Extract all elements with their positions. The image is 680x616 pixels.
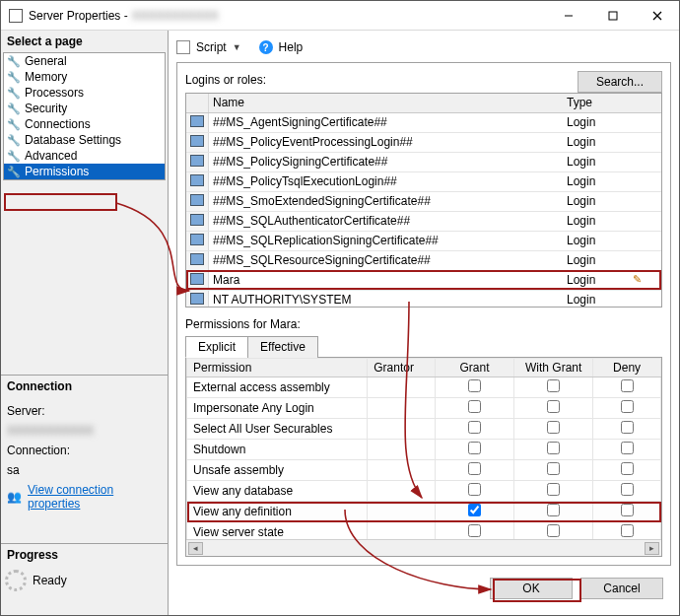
with-grant-checkbox[interactable] [547, 462, 560, 475]
page-item-label: Database Settings [25, 133, 121, 147]
grant-checkbox[interactable] [468, 462, 481, 475]
permission-row[interactable]: Impersonate Any Login [187, 398, 661, 419]
permission-row[interactable]: Shutdown [187, 440, 661, 460]
login-row[interactable]: ##MS_SQLReplicationSigningCertificate##L… [186, 231, 661, 250]
login-type-cell: Login [563, 132, 661, 152]
deny-checkbox[interactable] [621, 421, 634, 434]
with-grant-cell [514, 502, 593, 522]
titlebar: Server Properties - XXXXXXXXXXX [1, 1, 679, 31]
wrench-icon: 🔧 [7, 166, 21, 178]
grant-checkbox[interactable] [468, 483, 481, 496]
search-button[interactable]: Search... [578, 71, 662, 93]
app-icon [9, 9, 23, 23]
login-row[interactable]: ##MS_PolicySigningCertificate##Login [186, 152, 661, 171]
grant-cell [435, 377, 513, 398]
deny-checkbox[interactable] [621, 400, 634, 413]
perm-header-deny[interactable]: Deny [593, 359, 661, 377]
with-grant-checkbox[interactable] [547, 400, 560, 413]
ok-button[interactable]: OK [490, 578, 573, 599]
logins-header-type[interactable]: Type [563, 94, 661, 112]
login-row[interactable]: ##MS_AgentSigningCertificate##Login [186, 112, 661, 132]
page-item-connections[interactable]: 🔧Connections [4, 116, 165, 132]
login-row-icon-cell [186, 191, 209, 211]
grant-cell [435, 460, 513, 481]
window-title-server: XXXXXXXXXXX [132, 9, 219, 23]
minimize-button[interactable] [546, 1, 590, 30]
permission-row[interactable]: Unsafe assembly [187, 460, 661, 481]
deny-checkbox[interactable] [621, 483, 634, 496]
maximize-button[interactable] [590, 1, 635, 30]
page-item-general[interactable]: 🔧General [4, 53, 165, 69]
login-row[interactable]: ##MS_SmoExtendedSigningCertificate##Logi… [186, 191, 661, 211]
with-grant-checkbox[interactable] [547, 421, 560, 434]
permission-row[interactable]: View server state [187, 522, 661, 540]
perm-header-withgrant[interactable]: With Grant [514, 359, 593, 377]
grant-checkbox[interactable] [468, 421, 481, 434]
permission-row[interactable]: View any database [187, 481, 661, 502]
page-item-memory[interactable]: 🔧Memory [4, 69, 165, 85]
close-button[interactable] [635, 1, 679, 30]
scroll-left-icon[interactable]: ◂ [188, 542, 203, 555]
page-item-security[interactable]: 🔧Security [4, 101, 165, 116]
view-connection-properties-link[interactable]: View connection properties [28, 483, 162, 511]
grant-checkbox[interactable] [468, 400, 481, 413]
tab-effective[interactable]: Effective [247, 336, 318, 358]
logins-header-name[interactable]: Name [209, 94, 564, 112]
with-grant-checkbox[interactable] [547, 504, 560, 516]
grant-checkbox[interactable] [468, 504, 481, 516]
login-row[interactable]: NT AUTHORITY\SYSTEMLogin [186, 290, 661, 307]
login-row-icon-cell [186, 132, 209, 152]
with-grant-cell [514, 398, 593, 419]
login-icon [190, 273, 204, 285]
login-type-cell: Login [563, 290, 661, 307]
login-row[interactable]: ##MS_SQLAuthenticatorCertificate##Login [186, 211, 661, 231]
login-row[interactable]: ##MS_SQLResourceSigningCertificate##Logi… [186, 250, 661, 270]
progress-status: Ready [33, 574, 67, 587]
page-item-database-settings[interactable]: 🔧Database Settings [4, 132, 165, 148]
dialog-footer: OK Cancel [176, 570, 671, 607]
right-pane: Script ▼ ? Help Logins or roles: Search.… [169, 31, 679, 615]
script-dropdown-icon[interactable]: ▼ [233, 42, 241, 52]
grant-checkbox[interactable] [468, 524, 481, 537]
login-icon [190, 293, 204, 305]
script-button[interactable]: Script [196, 40, 227, 54]
permissions-tabs: ExplicitEffective [185, 335, 662, 358]
login-row-icon-cell [186, 250, 209, 270]
permission-row[interactable]: View any definition [187, 502, 661, 522]
with-grant-checkbox[interactable] [547, 442, 560, 454]
page-item-permissions[interactable]: 🔧Permissions [4, 164, 165, 179]
permission-name-cell: Shutdown [187, 440, 368, 460]
grant-checkbox[interactable] [468, 379, 481, 392]
deny-checkbox[interactable] [621, 442, 634, 454]
login-row[interactable]: ##MS_PolicyEventProcessingLogin##Login [186, 132, 661, 152]
grant-checkbox[interactable] [468, 442, 481, 454]
perm-header-grant[interactable]: Grant [435, 359, 513, 377]
page-item-advanced[interactable]: 🔧Advanced [4, 148, 165, 164]
with-grant-checkbox[interactable] [547, 483, 560, 496]
cancel-button[interactable]: Cancel [580, 578, 663, 599]
with-grant-checkbox[interactable] [547, 524, 560, 537]
permissions-hscroll[interactable]: ◂ ▸ [186, 539, 661, 556]
deny-checkbox[interactable] [621, 379, 634, 392]
deny-cell [593, 419, 661, 440]
login-row[interactable]: ##MS_PolicyTsqlExecutionLogin##Login [186, 171, 661, 191]
login-row[interactable]: MaraLogin✎ [186, 270, 661, 290]
deny-checkbox[interactable] [621, 524, 634, 537]
perm-header-permission[interactable]: Permission [187, 359, 368, 377]
deny-checkbox[interactable] [621, 504, 634, 516]
permission-row[interactable]: Select All User Securables [187, 419, 661, 440]
page-item-processors[interactable]: 🔧Processors [4, 85, 165, 101]
login-type-cell: Login [563, 211, 661, 231]
login-row-icon-cell [186, 171, 209, 191]
help-icon: ? [259, 40, 273, 54]
connection-label: Connection: [3, 441, 166, 460]
deny-checkbox[interactable] [621, 462, 634, 475]
permission-name-cell: Unsafe assembly [187, 460, 368, 481]
scroll-right-icon[interactable]: ▸ [645, 542, 659, 555]
perm-header-grantor[interactable]: Grantor [368, 359, 436, 377]
page-item-label: Memory [25, 70, 67, 84]
help-button[interactable]: Help [279, 40, 304, 54]
permission-row[interactable]: External access assembly [187, 377, 661, 398]
with-grant-checkbox[interactable] [547, 379, 560, 392]
tab-explicit[interactable]: Explicit [185, 336, 248, 358]
